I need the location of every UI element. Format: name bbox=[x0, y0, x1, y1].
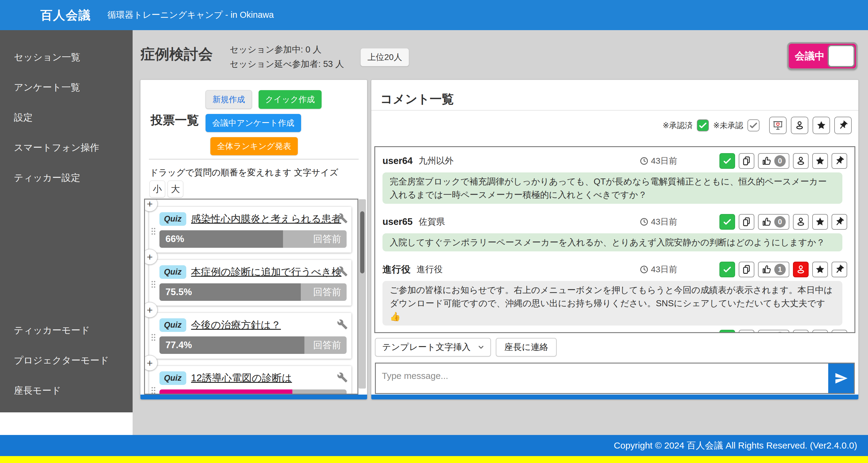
comment-timestamp: 43日前 bbox=[640, 264, 677, 275]
sidebar-nav-top: セッション一覧アンケート一覧設定スマートフォン操作ティッカー設定 bbox=[0, 42, 133, 193]
copyright-text: Copyright © 2024 百人会議 All Rights Reserve… bbox=[614, 439, 857, 452]
sidebar-item[interactable]: プロジェクターモード bbox=[0, 345, 133, 376]
comment-author: user65 bbox=[382, 216, 412, 227]
approve-comment-button[interactable] bbox=[719, 330, 735, 333]
pin-person-button[interactable] bbox=[793, 153, 809, 169]
template-text-select[interactable]: テンプレート文字挿入 bbox=[375, 338, 491, 357]
star-comment-button[interactable] bbox=[812, 261, 828, 277]
font-size-large-button[interactable]: 大 bbox=[167, 181, 183, 197]
comments-filter-controls: ※承認済 ※未承認 bbox=[662, 117, 852, 134]
copy-comment-button[interactable] bbox=[739, 330, 754, 333]
pin-comment-button[interactable] bbox=[832, 261, 847, 277]
session-participants-now: セッション参加中: 0 人 bbox=[230, 42, 344, 57]
pin-comment-button[interactable] bbox=[832, 153, 847, 169]
contact-chair-button[interactable]: 座長に連絡 bbox=[496, 338, 557, 357]
pin-person-button[interactable] bbox=[793, 214, 809, 230]
overall-ranking-button[interactable]: 全体ランキング発表 bbox=[210, 137, 298, 155]
quiz-badge: Quiz bbox=[159, 318, 186, 332]
approve-comment-button[interactable] bbox=[719, 214, 735, 230]
sidebar-item[interactable]: 座長モード bbox=[0, 376, 133, 406]
sidebar-item[interactable]: ティッカーモード bbox=[0, 315, 133, 345]
add-question-button[interactable]: + bbox=[144, 355, 158, 371]
like-comment-button[interactable]: 1 bbox=[758, 261, 789, 277]
quiz-progress-status: 回答前 bbox=[301, 283, 347, 301]
drag-handle-icon[interactable] bbox=[151, 333, 156, 341]
new-poll-button[interactable]: 新規作成 bbox=[206, 90, 252, 109]
unapproved-filter-checkbox[interactable] bbox=[747, 119, 760, 131]
add-question-button[interactable]: + bbox=[144, 302, 158, 318]
font-size-small-button[interactable]: 小 bbox=[150, 181, 165, 197]
quiz-progress-fill bbox=[159, 390, 292, 395]
quick-create-button[interactable]: クイック作成 bbox=[258, 90, 321, 109]
pin-comment-button[interactable] bbox=[832, 214, 847, 230]
quiz-progress-fill: 77.4% bbox=[159, 336, 304, 354]
page-title: 症例検討会 bbox=[141, 44, 213, 64]
approve-comment-button[interactable] bbox=[719, 153, 735, 169]
message-composer bbox=[375, 363, 855, 394]
wrench-icon[interactable] bbox=[337, 266, 348, 277]
like-comment-button[interactable]: 0 bbox=[758, 330, 789, 333]
quiz-title-link[interactable]: 本症例の診断に追加で行うべき検 bbox=[191, 265, 342, 279]
quiz-item: + Quiz 今後の治療方針は？ 77.4% 回答前 bbox=[149, 313, 351, 359]
quiz-list: + Quiz 感染性心内膜炎と考えられる患者 66% 回答前 + Quiz 本症… bbox=[144, 198, 358, 395]
copy-comment-button[interactable] bbox=[739, 214, 754, 230]
sidebar-item[interactable]: 設定 bbox=[0, 102, 133, 133]
wrench-icon[interactable] bbox=[337, 213, 348, 224]
copy-comment-button[interactable] bbox=[739, 153, 754, 169]
star-comment-button[interactable] bbox=[812, 330, 828, 333]
pin-filter-button[interactable] bbox=[834, 117, 852, 134]
comment-list: user64 九州以外 43日前 0 完全房室ブロックで補充調律がしっかりあって… bbox=[374, 146, 855, 333]
divider bbox=[149, 159, 359, 159]
like-comment-button[interactable]: 0 bbox=[758, 214, 789, 230]
comment-row: 0 bbox=[382, 330, 847, 333]
meeting-survey-button[interactable]: 会議中アンケート作成 bbox=[206, 114, 301, 132]
polls-panel: 投票一覧 新規作成 クイック作成 会議中アンケート作成 全体ランキング発表 ドラ… bbox=[141, 80, 367, 399]
copy-comment-button[interactable] bbox=[739, 261, 754, 277]
quiz-progress-bar bbox=[159, 390, 347, 395]
pin-person-filter-button[interactable] bbox=[791, 117, 808, 134]
pin-comment-button[interactable] bbox=[832, 330, 847, 333]
sidebar-item[interactable]: アンケート一覧 bbox=[0, 72, 133, 102]
like-count-badge: 1 bbox=[774, 264, 786, 275]
sidebar-item[interactable]: ティッカー設定 bbox=[0, 163, 133, 193]
message-input[interactable] bbox=[375, 363, 828, 394]
quiz-badge: Quiz bbox=[159, 212, 186, 226]
star-comment-button[interactable] bbox=[812, 214, 828, 230]
comments-panel: コメント一覧 ※承認済 ※未承認 user64 九州以外 43日前 bbox=[371, 80, 858, 399]
quiz-item: + Quiz 12誘導心電図の診断は bbox=[149, 366, 351, 395]
quiz-title-link[interactable]: 12誘導心電図の診断は bbox=[191, 371, 292, 385]
pin-person-button[interactable] bbox=[793, 261, 809, 277]
toggle-knob[interactable] bbox=[828, 45, 855, 67]
sidebar-item[interactable]: スマートフォン操作 bbox=[0, 133, 133, 163]
approved-filter-label: ※承認済 bbox=[662, 120, 692, 131]
polls-heading: 投票一覧 bbox=[151, 112, 199, 128]
quiz-item: + Quiz 感染性心内膜炎と考えられる患者 66% 回答前 bbox=[149, 207, 351, 253]
divider bbox=[371, 110, 858, 111]
pin-person-button[interactable] bbox=[793, 330, 809, 333]
drag-handle-icon[interactable] bbox=[151, 227, 156, 235]
star-comment-button[interactable] bbox=[812, 153, 828, 169]
wrench-icon[interactable] bbox=[337, 319, 348, 330]
like-comment-button[interactable]: 0 bbox=[758, 153, 789, 169]
wrench-icon[interactable] bbox=[337, 372, 348, 383]
session-subtitle: 循環器トレーニングキャンプ - in Okinawa bbox=[107, 9, 274, 21]
star-filter-button[interactable] bbox=[812, 117, 830, 134]
add-question-button[interactable]: + bbox=[144, 249, 158, 265]
drag-handle-icon[interactable] bbox=[151, 280, 156, 288]
sidebar-item[interactable]: セッション一覧 bbox=[0, 42, 133, 72]
send-message-button[interactable] bbox=[828, 363, 855, 394]
presentation-heart-button[interactable] bbox=[769, 117, 786, 134]
approve-comment-button[interactable] bbox=[719, 261, 735, 277]
add-question-button[interactable]: + bbox=[144, 198, 158, 212]
quiz-progress-status bbox=[292, 390, 347, 395]
quiz-badge: Quiz bbox=[159, 371, 186, 385]
scrollbar-thumb[interactable] bbox=[360, 211, 364, 273]
meeting-status-toggle[interactable]: 会議中 bbox=[787, 42, 858, 70]
quiz-title-link[interactable]: 今後の治療方針は？ bbox=[191, 318, 281, 332]
comment-text: 完全房室ブロックで補充調律がしっかりあっても、QTが長めなら電解質補正とともに、… bbox=[382, 173, 842, 204]
quiz-title-link[interactable]: 感染性心内膜炎と考えられる患者 bbox=[191, 212, 341, 226]
drag-handle-icon[interactable] bbox=[151, 387, 156, 394]
approved-filter-checkbox[interactable] bbox=[697, 119, 709, 131]
top20-button[interactable]: 上位20人 bbox=[361, 48, 409, 66]
quiz-badge: Quiz bbox=[159, 265, 186, 279]
